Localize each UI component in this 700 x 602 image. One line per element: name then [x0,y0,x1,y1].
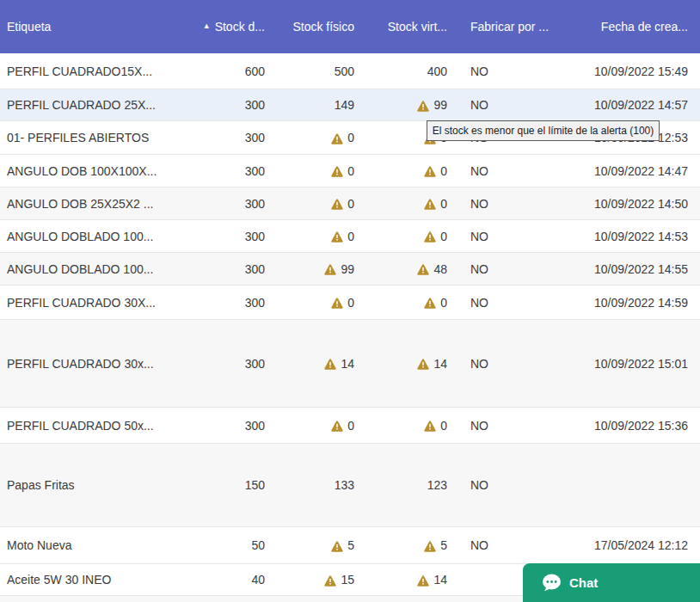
stock-virtual-cell-value: 5 [440,538,447,552]
stock-virtual-cell-value: 14 [433,573,447,587]
stock-disponible-cell-value: 40 [251,573,265,587]
fabricar-por-value: NO [470,419,488,433]
fabricar-por-cell: NO [451,187,571,219]
stock-fisico-cell-value: 99 [341,262,354,276]
fecha-creacion-cell [571,444,700,526]
etiqueta-cell: ANGULO DOB 100X100X... [0,155,196,187]
warning-icon [331,199,343,210]
stock-disponible-cell: 300 [196,408,268,443]
fecha-creacion-cell: 10/09/2022 14:57 [571,89,700,120]
stock-fisico-cell: 0 [268,155,358,187]
stock-disponible-cell-value: 300 [245,262,265,276]
stock-virtual-cell-value: 14 [433,357,447,371]
table-row[interactable]: ANGULO DOB 100X100X...30000NO10/09/2022 … [0,154,700,187]
table-row[interactable]: Moto Nueva5055NO17/05/2024 12:12 [0,526,700,563]
stock-fisico-cell: 0 [268,286,358,319]
fabricar-por-value: NO [470,262,488,276]
fecha-creacion-value: 10/09/2022 15:36 [594,419,688,433]
column-header-label: Fabricar por ... [470,20,549,34]
warning-icon [424,199,436,210]
warning-icon [331,133,343,144]
stock-fisico-cell: 0 [268,408,358,443]
warning-icon [417,101,429,112]
etiqueta-cell: ANGULO DOB 25X25X2 ... [0,187,196,219]
table-header: Etiqueta ▲ Stock d... Stock físico Stock… [0,0,700,53]
stock-virtual-cell: 14 [358,320,451,407]
chat-bubble-icon [542,574,562,592]
warning-icon [417,264,429,275]
fabricar-por-cell: NO [451,286,571,319]
column-header-label: Stock d... [215,20,265,34]
column-header-label: Stock físico [292,20,354,34]
table-row[interactable]: PERFIL CUADRADO 25X...30014999NO10/09/20… [0,89,700,120]
etiqueta-value: PERFIL CUADRADO 50x... [7,419,154,433]
stock-virtual-cell: 14 [358,564,451,595]
stock-disponible-cell: 300 [196,187,268,219]
etiqueta-cell: Aceite 5W 30 INEO [0,564,196,595]
stock-virtual-cell: 0 [358,286,451,319]
etiqueta-value: Aceite 5W 30 INEO [7,573,111,587]
column-header-stock-fisico[interactable]: Stock físico [268,0,358,53]
fabricar-por-cell: NO [451,89,571,120]
warning-icon [417,575,429,587]
column-header-stock-virtual[interactable]: Stock virt... [358,0,451,53]
column-header-fecha-creacion[interactable]: Fecha de crea... [571,0,700,53]
warning-icon [424,166,436,177]
etiqueta-value: ANGULO DOB 100X100X... [7,164,157,178]
etiqueta-cell: PERFIL CUADRADO15X... [0,53,196,89]
etiqueta-cell: 01- PERFILES ABIERTOS [0,121,196,154]
column-header-etiqueta[interactable]: Etiqueta [0,0,196,53]
chat-button[interactable]: Chat [523,563,700,602]
etiqueta-cell: ANGULO DOBLADO 100... [0,220,196,252]
etiqueta-cell: Papas Fritas [0,444,196,526]
table-row[interactable]: PERFIL CUADRADO 30x...3001414NO10/09/202… [0,319,700,407]
stock-virtual-cell-value: 0 [440,164,447,178]
etiqueta-value: ANGULO DOBLADO 100... [7,230,153,243]
column-header-fabricar-por[interactable]: Fabricar por ... [451,0,571,53]
stock-virtual-cell: 48 [358,253,451,285]
fecha-creacion-cell: 10/09/2022 14:59 [571,286,700,319]
etiqueta-value: PERFIL CUADRADO15X... [7,64,152,78]
stock-disponible-cell: 300 [196,320,268,407]
warning-icon [331,421,343,432]
etiqueta-cell: PERFIL CUADRADO 30x... [0,320,196,407]
fabricar-por-value: NO [470,98,488,112]
table-row[interactable]: PERFIL CUADRADO 30X...30000NO10/09/2022 … [0,285,700,319]
fecha-creacion-value: 10/09/2022 14:55 [594,262,688,276]
stock-virtual-cell-value: 99 [433,98,447,112]
fabricar-por-value: NO [470,64,488,78]
fabricar-por-cell: NO [451,444,571,526]
fabricar-por-cell: NO [451,155,571,187]
etiqueta-value: Moto Nueva [7,538,71,552]
stock-disponible-cell: 300 [196,286,268,319]
table-row[interactable]: Papas Fritas150133123NO [0,443,700,526]
table-row[interactable]: ANGULO DOBLADO 100...3009948NO10/09/2022… [0,252,700,285]
fecha-creacion-cell: 10/09/2022 15:01 [571,320,700,407]
column-header-stock-disponible[interactable]: ▲ Stock d... [196,0,268,53]
stock-disponible-cell: 300 [196,121,268,154]
stock-virtual-cell: 99 [358,89,451,120]
stock-disponible-cell-value: 300 [245,131,265,144]
stock-virtual-cell: 0 [358,408,451,443]
fecha-creacion-value: 10/09/2022 15:49 [594,64,688,78]
table-row[interactable]: ANGULO DOBLADO 100...30000NO10/09/2022 1… [0,219,700,252]
stock-disponible-cell-value: 150 [245,478,265,492]
stock-virtual-cell-value: 400 [427,64,447,78]
stock-fisico-cell-value: 0 [347,230,354,243]
stock-disponible-cell-value: 300 [245,197,265,211]
stock-disponible-cell-value: 300 [245,357,265,371]
etiqueta-cell: ANGULO DOBLADO 100... [0,253,196,285]
table-row[interactable]: PERFIL CUADRADO15X...600500400NO10/09/20… [0,53,700,89]
etiqueta-value: PERFIL CUADRADO 30x... [7,357,154,371]
table-row[interactable]: ANGULO DOB 25X25X2 ...30000NO10/09/2022 … [0,187,700,219]
stock-virtual-cell-value: 123 [427,478,447,492]
etiqueta-value: PERFIL CUADRADO 25X... [7,98,156,112]
fecha-creacion-value: 10/09/2022 14:47 [594,164,688,178]
etiqueta-value: 01- PERFILES ABIERTOS [7,131,149,144]
stock-disponible-cell-value: 300 [245,98,265,112]
stock-virtual-cell: 0 [358,187,451,219]
warning-icon [424,231,436,243]
stock-virtual-cell: 0 [358,155,451,187]
table-row[interactable]: PERFIL CUADRADO 50x...30000NO10/09/2022 … [0,407,700,443]
fabricar-por-value: NO [470,357,488,371]
